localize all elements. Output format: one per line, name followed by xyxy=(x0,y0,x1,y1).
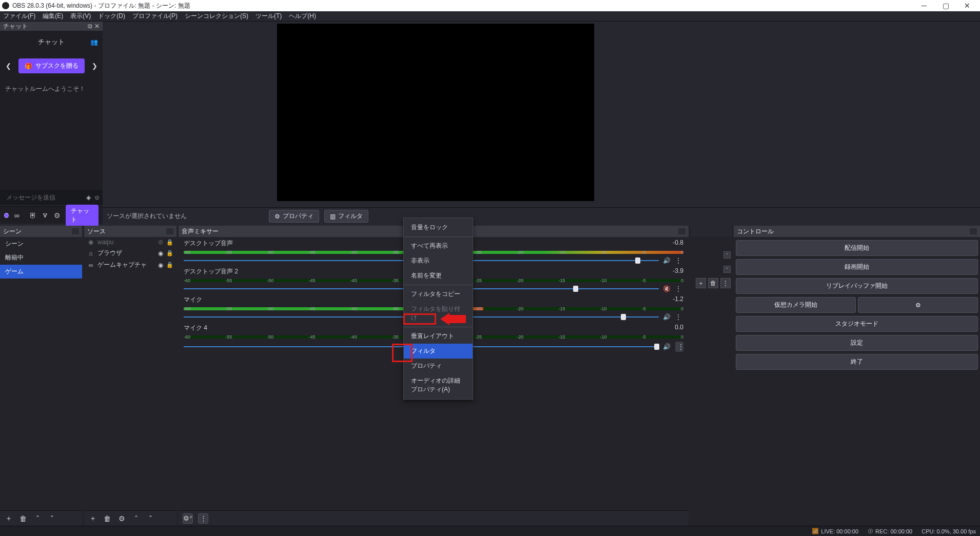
menu-help[interactable]: ヘルプ(H) xyxy=(289,12,316,21)
chat-prev-button[interactable]: ❮ xyxy=(3,62,13,70)
source-up-button[interactable]: ˄ xyxy=(131,514,141,523)
source-down-button[interactable]: ˅ xyxy=(146,514,155,523)
speaker-icon[interactable]: 🔊 xyxy=(663,313,671,321)
transition-remove-button[interactable]: 🗑 xyxy=(708,278,718,288)
dock-popout-icon[interactable] xyxy=(72,228,79,234)
maximize-button[interactable]: ▢ xyxy=(935,2,956,10)
context-menu-item[interactable]: プロパティ xyxy=(404,359,473,373)
sources-dock-title: ソース xyxy=(87,227,164,236)
chat-settings-icon[interactable]: ⚙ xyxy=(54,211,61,220)
mixer-footer: ⚙° ⋮ xyxy=(179,510,689,526)
speaker-muted-icon[interactable]: 🔇 xyxy=(663,285,671,292)
scene-add-button[interactable]: ＋ xyxy=(4,514,13,523)
channel-menu-button[interactable]: ⋮ xyxy=(675,342,683,352)
channel-menu-button[interactable]: ⋮ xyxy=(675,313,683,321)
chat-points-icon[interactable] xyxy=(4,213,9,218)
menu-dock[interactable]: ドック(D) xyxy=(98,12,125,21)
source-lock-icon[interactable]: 🔒 xyxy=(166,262,173,268)
chat-next-button[interactable]: ❯ xyxy=(89,62,100,70)
chat-input[interactable] xyxy=(6,194,83,201)
scene-down-button[interactable]: ˅ xyxy=(47,514,56,523)
source-props-button[interactable]: ⚙ xyxy=(117,514,126,523)
properties-button[interactable]: ⚙プロパティ xyxy=(269,210,319,223)
dock-popout-icon[interactable] xyxy=(678,228,685,234)
mixer-menu-button[interactable]: ⋮ xyxy=(198,513,208,524)
sources-dock-header[interactable]: ソース xyxy=(84,226,177,237)
studio-mode-button[interactable]: スタジオモード xyxy=(736,316,978,332)
menu-view[interactable]: 表示(V) xyxy=(70,12,91,21)
chat-shield-icon[interactable]: ⛨ xyxy=(29,211,36,220)
menu-file[interactable]: ファイル(F) xyxy=(3,12,35,21)
status-bar: 📶LIVE: 00:00:00 ⦿REC: 00:00:00 CPU: 0.0%… xyxy=(0,526,980,536)
speaker-icon[interactable]: 🔊 xyxy=(663,343,671,350)
context-menu-item[interactable]: 名前を変更 xyxy=(404,268,473,283)
dock-popout-icon[interactable] xyxy=(970,228,977,234)
transition-spinner-up[interactable]: ˄ xyxy=(723,251,731,259)
replay-buffer-button[interactable]: リプレイバッファ開始 xyxy=(736,278,978,294)
source-visibility-icon[interactable]: ◉ xyxy=(158,262,163,269)
menu-profile[interactable]: プロファイル(P) xyxy=(132,12,178,21)
source-item[interactable]: ∞ ゲームキャプチャ ◉ 🔒 xyxy=(84,259,177,271)
status-cpu: CPU: 0.0%, 30.00 fps xyxy=(922,528,976,534)
no-source-selected-label: ソースが選択されていません xyxy=(107,212,187,221)
scene-item[interactable]: シーン xyxy=(0,237,82,251)
chat-emote-icon[interactable]: ☺ xyxy=(94,194,100,201)
dock-popout-icon[interactable] xyxy=(166,228,173,234)
source-item[interactable]: ⌂ ブラウザ ◉ 🔒 xyxy=(84,247,177,259)
transition-menu-button[interactable]: ⋮ xyxy=(720,278,731,288)
mixer-advanced-button[interactable]: ⚙° xyxy=(183,513,193,524)
context-menu-item[interactable]: 音量をロック xyxy=(404,220,473,235)
source-name: ゲームキャプチャ xyxy=(97,261,155,269)
preview-canvas[interactable] xyxy=(277,24,594,201)
speaker-icon[interactable]: 🔊 xyxy=(663,257,671,264)
start-stream-button[interactable]: 配信開始 xyxy=(736,240,978,256)
transition-add-button[interactable]: ＋ xyxy=(696,278,706,288)
annotation-arrow xyxy=(440,313,466,325)
channel-menu-button[interactable]: ⋮ xyxy=(675,257,683,264)
chat-dock-header[interactable]: チャット ⧉ ✕ xyxy=(0,22,103,31)
chat-send-button[interactable]: チャット xyxy=(66,205,99,226)
chat-bits-icon[interactable]: ◈ xyxy=(86,194,91,201)
close-window-button[interactable]: ✕ xyxy=(956,2,978,10)
chat-filter-icon[interactable]: ⛛ xyxy=(42,211,49,220)
controls-dock: コントロール 配信開始 録画開始 リプレイバッファ開始 仮想カメラ開始 ⚙ スタ… xyxy=(734,226,980,526)
gear-icon: ⚙ xyxy=(275,213,280,220)
virtual-cam-settings-button[interactable]: ⚙ xyxy=(858,297,978,313)
context-menu-item[interactable]: すべて再表示 xyxy=(404,239,473,253)
source-add-button[interactable]: ＋ xyxy=(88,514,97,523)
scene-up-button[interactable]: ˄ xyxy=(33,514,42,523)
menu-edit[interactable]: 編集(E) xyxy=(43,12,63,21)
controls-dock-title: コントロール xyxy=(737,227,968,236)
source-visibility-icon[interactable]: ⊘ xyxy=(158,239,163,246)
scene-item[interactable]: 離籍中 xyxy=(0,251,82,265)
context-menu-item[interactable]: 非表示 xyxy=(404,253,473,268)
source-visibility-icon[interactable]: ◉ xyxy=(158,250,163,257)
transitions-body: ˄ ˅ ＋ 🗑 ⋮ xyxy=(691,237,732,526)
dock-close-icon[interactable]: ✕ xyxy=(94,23,100,30)
source-remove-button[interactable]: 🗑 xyxy=(103,514,112,523)
channel-menu-button[interactable]: ⋮ xyxy=(675,285,683,292)
context-menu-item[interactable]: 垂直レイアウト xyxy=(404,329,473,344)
scene-item[interactable]: ゲーム xyxy=(0,265,82,279)
transition-spinner-down[interactable]: ˅ xyxy=(723,266,731,273)
minimize-button[interactable]: ─ xyxy=(913,2,935,10)
start-record-button[interactable]: 録画開始 xyxy=(736,259,978,275)
scene-remove-button[interactable]: 🗑 xyxy=(18,514,28,523)
context-menu-item[interactable]: フィルタ xyxy=(404,344,473,359)
filters-button[interactable]: ▥フィルタ xyxy=(324,210,368,223)
source-lock-icon[interactable]: 🔒 xyxy=(166,239,173,246)
dock-popout-icon[interactable]: ⧉ xyxy=(88,23,92,30)
gift-sub-button[interactable]: 🎁 サブスクを贈る xyxy=(18,58,85,73)
controls-dock-header[interactable]: コントロール xyxy=(734,226,980,237)
exit-button[interactable]: 終了 xyxy=(736,354,978,370)
source-lock-icon[interactable]: 🔒 xyxy=(166,250,173,256)
virtual-cam-button[interactable]: 仮想カメラ開始 xyxy=(736,297,856,313)
scenes-dock-header[interactable]: シーン xyxy=(0,226,82,237)
source-item[interactable]: ◉ waipu ⊘ 🔒 xyxy=(84,237,177,247)
context-menu-item[interactable]: オーディオの詳細プロパティ(A) xyxy=(404,373,473,397)
context-menu-item[interactable]: フィルタをコピー xyxy=(404,287,473,302)
menu-tools[interactable]: ツール(T) xyxy=(256,12,282,21)
chat-users-icon[interactable]: 👥 xyxy=(90,38,100,46)
menu-scene-collection[interactable]: シーンコレクション(S) xyxy=(185,12,248,21)
settings-button[interactable]: 設定 xyxy=(736,335,978,351)
